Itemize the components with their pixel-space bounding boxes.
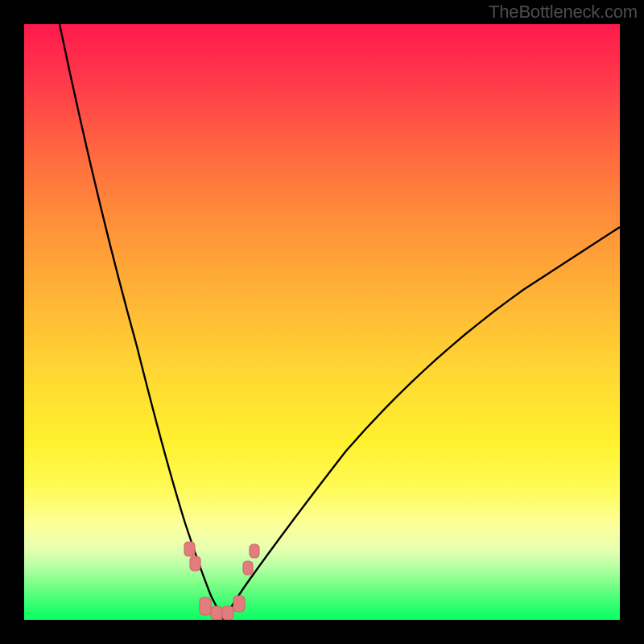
marker-1 <box>184 542 195 556</box>
marker-2 <box>190 556 200 571</box>
marker-5 <box>222 606 233 620</box>
marker-3 <box>200 597 211 615</box>
marker-8 <box>250 544 259 558</box>
marker-6 <box>233 596 245 612</box>
watermark-text: TheBottleneck.com <box>489 2 638 23</box>
marker-7 <box>243 561 253 575</box>
plot-area <box>24 24 620 620</box>
chart-frame: TheBottleneck.com <box>0 0 644 644</box>
curve-layer <box>24 24 620 620</box>
marker-4 <box>211 606 222 620</box>
left-branch-path <box>60 24 224 620</box>
right-branch-path <box>224 227 620 620</box>
